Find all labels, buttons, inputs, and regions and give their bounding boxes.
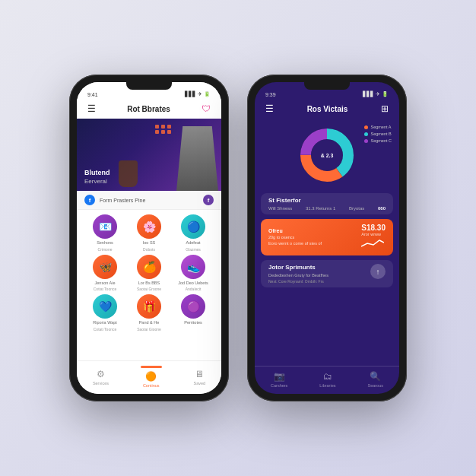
phone1-menu-icon[interactable]: ☰ bbox=[87, 103, 96, 114]
saved-icon: 🖥 bbox=[195, 369, 204, 379]
active-indicator bbox=[141, 366, 162, 368]
icon-sublabel: Crimone bbox=[98, 247, 113, 252]
list-item[interactable]: 🦋 Jenson Aie Cotiat Toonce bbox=[85, 255, 125, 292]
services-icon: ⚙ bbox=[97, 369, 105, 379]
hero-dots bbox=[155, 125, 172, 134]
phone1-time: 9:41 bbox=[87, 92, 98, 97]
trend-icon bbox=[361, 239, 384, 248]
legend-label-2: Segment B bbox=[370, 132, 391, 136]
orange-card-left: Ofreu 20g to osencs Eoro wernt o come of… bbox=[268, 228, 322, 246]
stats-title: St Fisterfor bbox=[268, 197, 386, 204]
libraries-icon: 🗂 bbox=[323, 371, 332, 382]
icon-circle-ioo: 🌸 bbox=[137, 214, 161, 239]
promo-action-icon[interactable]: f bbox=[203, 195, 214, 205]
icon-sublabel: Cotiat Toonce bbox=[94, 287, 116, 291]
legend-dot-teal bbox=[364, 132, 368, 136]
bottom-section-icon[interactable]: ↑ bbox=[370, 264, 386, 279]
icon-label: Adefeat bbox=[186, 240, 201, 246]
list-item[interactable]: 🔵 Adefeat Glazmes bbox=[173, 214, 213, 252]
bottom-section-subdesc: Next: Core Roynaml: Ombth: Frs bbox=[268, 279, 328, 284]
icons-row-1: 📧 Senhons Crimone 🌸 Ioo SS Dobots 🔵 Adef… bbox=[83, 214, 215, 252]
orange-card: Ofreu 20g to osencs Eoro wernt o come of… bbox=[261, 219, 393, 255]
svg-text:& 2.3: & 2.3 bbox=[321, 153, 334, 158]
carshers-icon: 📷 bbox=[274, 371, 285, 382]
icon-circle-riporia: 💙 bbox=[93, 294, 117, 319]
icon-circle-pand: 🎁 bbox=[137, 294, 161, 319]
icon-label: Jenson Aie bbox=[95, 281, 116, 286]
facebook-icon[interactable]: f bbox=[84, 195, 95, 205]
tab2-carshers[interactable]: 📷 Carshers bbox=[271, 371, 287, 388]
donut-svg: & 2.3 bbox=[297, 125, 357, 186]
list-item[interactable]: 👟 Jod Deo Uebets Andalecit bbox=[173, 255, 213, 292]
tab2-searous-label: Searous bbox=[367, 383, 383, 388]
phone2-stats-section: St Fisterfor Will Shness 31.3 Returns 1 … bbox=[261, 193, 393, 214]
list-item[interactable]: 📧 Senhons Crimone bbox=[85, 214, 125, 252]
orange-card-sublabel: Aror wrww bbox=[361, 232, 386, 237]
phone2-action-icon[interactable]: ⊞ bbox=[381, 103, 389, 114]
legend-label-3: Segment C bbox=[370, 138, 392, 143]
legend-item-1: Segment A bbox=[364, 125, 392, 129]
icon-circle-jenson: 🦋 bbox=[93, 255, 117, 279]
icon-sublabel: Andalecit bbox=[186, 287, 202, 291]
icon-label: Riporia Wapt bbox=[93, 320, 117, 325]
phone2-notch bbox=[304, 82, 350, 90]
list-item[interactable]: 🟣 Perritotes bbox=[173, 294, 213, 332]
phone1-bottombar: ⚙ Services 🟠 Continus 🖥 Saved bbox=[77, 360, 221, 394]
phone2-signal: ▋▋▋ ✈ 🔋 bbox=[363, 91, 389, 97]
icon-label: Lor Bs BBS bbox=[138, 281, 160, 286]
legend-item-3: Segment C bbox=[364, 138, 392, 143]
hero-title-1: Blutend bbox=[84, 169, 110, 178]
tab-continus[interactable]: 🟠 Continus bbox=[141, 366, 162, 388]
tab-services[interactable]: ⚙ Services bbox=[93, 369, 109, 386]
icons-row-2: 🦋 Jenson Aie Cotiat Toonce 🍊 Lor Bs BBS … bbox=[83, 255, 215, 292]
icon-sublabel: Cotati Toonce bbox=[94, 327, 116, 332]
continus-icon: 🟠 bbox=[145, 371, 157, 382]
orange-card-header: Ofreu 20g to osencs Eoro wernt o come of… bbox=[268, 224, 386, 251]
tab-saved[interactable]: 🖥 Saved bbox=[194, 369, 206, 386]
tab2-libraries[interactable]: 🗂 Libraries bbox=[319, 371, 335, 388]
hero-figure bbox=[176, 126, 218, 191]
list-item[interactable]: 💙 Riporia Wapt Cotati Toonce bbox=[85, 294, 125, 332]
phone2-header: ☰ Ros Victais ⊞ bbox=[255, 100, 399, 119]
searous-icon: 🔍 bbox=[370, 371, 381, 382]
icon-label: Ioo SS bbox=[143, 240, 156, 246]
icon-circle-senhons: 📧 bbox=[93, 214, 117, 239]
orange-card-value: S18.30 bbox=[361, 224, 386, 232]
icon-label: Senhons bbox=[97, 240, 113, 246]
phone1-promo-bar: f Form Prasters Pine f bbox=[77, 191, 221, 210]
orange-card-title: Ofreu bbox=[268, 228, 322, 233]
icon-circle-lor: 🍊 bbox=[137, 255, 161, 279]
bottom-section-title: Jotor Sprimunts bbox=[268, 264, 328, 271]
stats-value-2: 060 bbox=[378, 206, 386, 211]
hero-text-block: Blutend Eerveral bbox=[77, 163, 118, 191]
phones-container: 9:41 ▋▋▋ ✈ 🔋 ☰ Rot Bbrates 🛡 bbox=[69, 75, 407, 401]
icons-row-3: 💙 Riporia Wapt Cotati Toonce 🎁 Pand & He… bbox=[83, 294, 215, 332]
icon-sublabel: Glazmes bbox=[186, 247, 201, 252]
orange-card-right: S18.30 Aror wrww bbox=[361, 224, 386, 251]
tab2-searous[interactable]: 🔍 Searous bbox=[367, 371, 383, 388]
phone1-screen: 9:41 ▋▋▋ ✈ 🔋 ☰ Rot Bbrates 🛡 bbox=[77, 82, 221, 394]
icon-sublabel: Saotai Gioone bbox=[137, 327, 161, 332]
icon-label: Pand & He bbox=[139, 320, 160, 325]
tab-services-label: Services bbox=[93, 381, 109, 386]
phone1-hero: Blutend Eerveral bbox=[77, 119, 221, 191]
stats-sub-1: 31.3 Returns 1 bbox=[306, 206, 335, 211]
tab-continus-label: Continus bbox=[143, 383, 160, 388]
icon-sublabel: Dobots bbox=[143, 247, 155, 252]
phone1-icons-section: 📧 Senhons Crimone 🌸 Ioo SS Dobots 🔵 Adef… bbox=[77, 210, 221, 360]
phone2-menu-icon[interactable]: ☰ bbox=[265, 103, 274, 114]
phone2-bottombar: 📷 Carshers 🗂 Libraries 🔍 Searous bbox=[255, 366, 399, 394]
tab2-libraries-label: Libraries bbox=[319, 383, 335, 388]
phone2-time: 9:39 bbox=[265, 92, 276, 97]
phone1-shield-icon[interactable]: 🛡 bbox=[202, 103, 211, 114]
hero-bottle bbox=[119, 160, 138, 187]
stats-row-1: Will Shness 31.3 Returns 1 Bryotas 060 bbox=[268, 206, 386, 211]
bottom-section-text: Jotor Sprimunts Dededtexhen Gruty for Be… bbox=[268, 264, 328, 284]
list-item[interactable]: 🌸 Ioo SS Dobots bbox=[129, 214, 169, 252]
phone2-bottom-section: Jotor Sprimunts Dededtexhen Gruty for Be… bbox=[261, 260, 393, 287]
hero-title-2: Eerveral bbox=[84, 178, 110, 185]
list-item[interactable]: 🍊 Lor Bs BBS Saotai Groone bbox=[129, 255, 169, 292]
orange-card-subtitle: 20g to osencs bbox=[268, 235, 322, 240]
list-item[interactable]: 🎁 Pand & He Saotai Gioone bbox=[129, 294, 169, 332]
stats-label-1: Will Shness bbox=[268, 206, 292, 211]
